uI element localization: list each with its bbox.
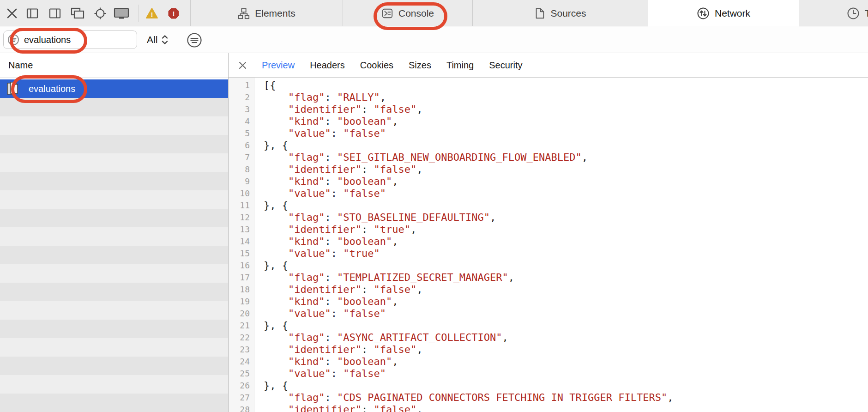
network-icon	[697, 7, 710, 20]
sources-icon	[534, 7, 545, 19]
svg-text:!: !	[151, 11, 153, 18]
code-line: 28 "identifier": "false",	[229, 404, 868, 412]
code-line: 20 "value": "false"	[229, 308, 868, 320]
detail-tab-preview[interactable]: Preview	[262, 60, 295, 71]
line-number: 15	[229, 248, 250, 260]
inspector-toolbar: ! ! Elements Console Sources	[0, 0, 868, 26]
line-number: 13	[229, 224, 250, 236]
line-number: 1	[229, 79, 250, 91]
detail-tab-timing[interactable]: Timing	[446, 60, 474, 71]
code-line: 13 "identifier": "true",	[229, 224, 868, 236]
code-line: 23 "identifier": "false",	[229, 344, 868, 356]
line-number: 11	[229, 200, 250, 212]
line-number: 6	[229, 139, 250, 151]
detail-tab-security[interactable]: Security	[489, 60, 522, 71]
code-line: 19 "kind": "boolean",	[229, 296, 868, 308]
toolbar-divider	[139, 5, 139, 22]
code-line: 22 "flag": "ASYNC_ARTIFACT_COLLECTION",	[229, 332, 868, 344]
line-number: 5	[229, 127, 250, 139]
line-number: 21	[229, 320, 250, 332]
tab-sources-label: Sources	[550, 8, 586, 19]
code-line: 1[{	[229, 79, 868, 91]
line-number: 27	[229, 392, 250, 404]
code-line: 7 "flag": "SEI_GITLAB_NEW_ONBOARDING_FLO…	[229, 151, 868, 164]
code-line: 10 "value": "false"	[229, 188, 868, 200]
separate-window-icon[interactable]	[70, 7, 86, 20]
warnings-badge-icon[interactable]: !	[145, 7, 158, 20]
line-number: 20	[229, 308, 250, 320]
close-detail-icon[interactable]	[239, 61, 247, 69]
code-line: 27 "flag": "CDS_PAGINATED_CONNECTORS_FET…	[229, 392, 868, 404]
line-number: 26	[229, 380, 250, 392]
tab-timelines-partial[interactable]: T	[799, 0, 868, 26]
line-number: 18	[229, 284, 250, 296]
close-icon[interactable]	[6, 7, 18, 20]
tab-timelines-label: T	[865, 8, 868, 19]
tab-elements[interactable]: Elements	[190, 0, 343, 26]
web-inspector-window: ! ! Elements Console Sources	[0, 0, 868, 412]
code-line: 24 "kind": "boolean",	[229, 356, 868, 368]
line-number: 17	[229, 272, 250, 284]
code-line: 5 "value": "false"	[229, 127, 868, 139]
line-number: 19	[229, 296, 250, 308]
code-line: 26}, {	[229, 380, 868, 392]
detail-tab-headers[interactable]: Headers	[310, 60, 345, 71]
tab-sources[interactable]: Sources	[472, 0, 648, 26]
request-row-evaluations[interactable]: evaluations	[0, 79, 228, 98]
errors-badge-icon[interactable]: !	[167, 7, 180, 20]
request-row-label: evaluations	[29, 84, 75, 94]
name-column-header[interactable]: Name	[0, 53, 228, 78]
tab-elements-label: Elements	[255, 8, 295, 19]
code-line: 25 "value": "false"	[229, 368, 868, 380]
line-number: 16	[229, 260, 250, 272]
svg-text:!: !	[173, 10, 175, 18]
filter-input[interactable]	[3, 30, 137, 49]
code-lines: 1[{2 "flag": "RALLY",3 "identifier": "fa…	[229, 79, 868, 412]
code-line: 2 "flag": "RALLY",	[229, 91, 868, 103]
code-line: 6}, {	[229, 139, 868, 151]
element-picker-icon[interactable]	[94, 7, 107, 20]
chevron-up-down-icon	[161, 34, 169, 46]
line-number: 12	[229, 212, 250, 224]
name-column-label: Name	[8, 60, 33, 71]
code-line: 8 "identifier": "false",	[229, 164, 868, 176]
network-filter-bar: All	[0, 26, 868, 53]
line-number: 28	[229, 404, 250, 412]
line-number: 22	[229, 332, 250, 344]
dock-right-icon[interactable]	[48, 7, 61, 20]
line-number: 2	[229, 91, 250, 103]
requests-sidebar: Name evaluations	[0, 53, 229, 412]
line-number: 25	[229, 368, 250, 380]
code-line: 17 "flag": "TEMPLATIZED_SECRET_MANAGER",	[229, 272, 868, 284]
resource-detail-tabbar: Preview Headers Cookies Sizes Timing Sec…	[229, 53, 868, 78]
line-number: 23	[229, 344, 250, 356]
resource-type-scope-button[interactable]: All	[147, 31, 169, 48]
code-line: 12 "flag": "STO_BASELINE_DEFAULTING",	[229, 212, 868, 224]
line-number: 8	[229, 164, 250, 176]
line-number: 14	[229, 236, 250, 248]
document-icon	[6, 81, 21, 96]
detail-tab-sizes[interactable]: Sizes	[409, 60, 431, 71]
code-line: 4 "kind": "boolean",	[229, 115, 868, 127]
code-line: 9 "kind": "boolean",	[229, 176, 868, 188]
dock-left-icon[interactable]	[26, 7, 39, 20]
tab-network-label: Network	[715, 8, 750, 19]
line-number: 4	[229, 115, 250, 127]
line-number: 9	[229, 176, 250, 188]
tab-console-label: Console	[398, 8, 434, 19]
code-line: 15 "value": "true"	[229, 248, 868, 260]
line-number: 7	[229, 151, 250, 164]
code-line: 3 "identifier": "false",	[229, 103, 868, 115]
code-line: 21}, {	[229, 320, 868, 332]
clock-icon	[847, 7, 860, 20]
device-icon[interactable]	[113, 7, 130, 20]
tab-console[interactable]: Console	[343, 0, 472, 26]
line-number: 3	[229, 103, 250, 115]
line-number: 10	[229, 188, 250, 200]
filter-icon	[7, 34, 19, 46]
detail-tab-cookies[interactable]: Cookies	[360, 60, 393, 71]
console-icon	[381, 7, 393, 19]
empty-request-rows	[0, 98, 228, 412]
tab-network[interactable]: Network	[648, 0, 799, 26]
filter-options-icon[interactable]	[187, 32, 202, 48]
